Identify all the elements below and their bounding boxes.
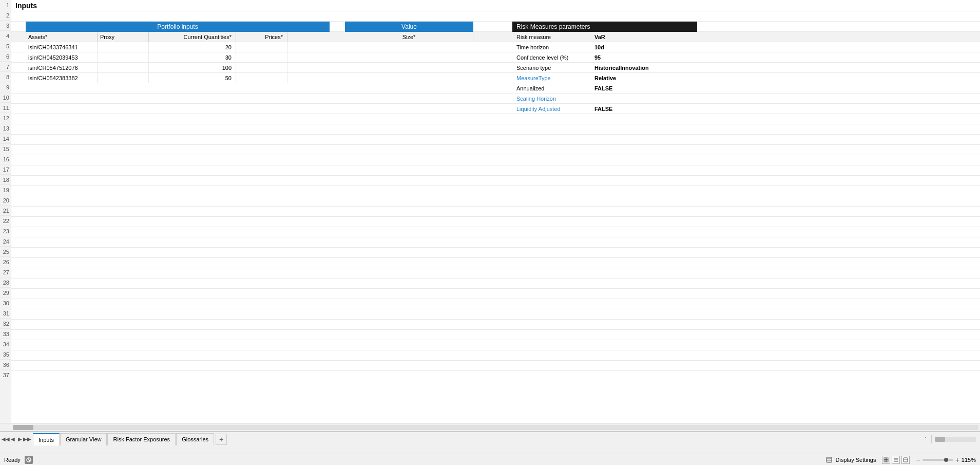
data-row-6: isin/CH0452039453 30 Confidence level (%… — [11, 52, 980, 63]
risk-param-row-2: Confidence level (%) 95 — [512, 52, 697, 63]
row-num-22: 22 — [0, 216, 11, 226]
row-num-20: 20 — [0, 195, 11, 206]
row-num-25: 25 — [0, 247, 11, 257]
cell-assets-3: isin/CH0542383382 — [26, 73, 98, 83]
empty-row-26 — [11, 258, 980, 268]
accessibility-icon[interactable] — [25, 456, 33, 464]
row-num-34: 34 — [0, 339, 11, 349]
row-num-32: 32 — [0, 319, 11, 329]
zoom-level: 115% — [962, 457, 976, 463]
row-num-27: 27 — [0, 267, 11, 277]
risk-header: Risk Measures parameters — [512, 22, 697, 32]
cell-assets-0: isin/CH0433746341 — [26, 42, 98, 52]
row-num-12: 12 — [0, 113, 11, 123]
nav-arrow-first[interactable]: ◀◀ — [2, 436, 9, 443]
empty-row-22 — [11, 217, 980, 227]
data-row-7: isin/CH0547512076 100 Scenario type Hist… — [11, 63, 980, 73]
empty-row-16 — [11, 155, 980, 165]
svg-rect-7 — [887, 458, 889, 460]
nav-arrow-next[interactable]: ▶ — [16, 436, 24, 443]
row-num-7: 7 — [0, 62, 11, 72]
row-num-36: 36 — [0, 360, 11, 370]
grid-view-icon[interactable] — [882, 456, 890, 464]
row-num-35: 35 — [0, 349, 11, 360]
empty-row-27 — [11, 268, 980, 278]
tab-nav-left[interactable]: ◀◀ ◀ ▶ ▶▶ — [0, 432, 33, 446]
page-title: Inputs — [11, 2, 37, 10]
value-header: Value — [345, 22, 473, 32]
empty-row-32 — [11, 320, 980, 330]
empty-row-18 — [11, 176, 980, 186]
hscroll-track[interactable] — [13, 425, 978, 430]
zoom-slider[interactable] — [923, 459, 953, 461]
table-headers-row: Portfolio inputs Value Risk Measures par… — [11, 22, 980, 32]
data-row-8: isin/CH0542383382 50 MeasureType Relativ… — [11, 73, 980, 83]
tab-inputs[interactable]: Inputs — [33, 433, 60, 445]
row-num-23: 23 — [0, 226, 11, 236]
row-num-18: 18 — [0, 175, 11, 185]
row-num-33: 33 — [0, 329, 11, 339]
row-num-14: 14 — [0, 134, 11, 144]
zoom-control: − + 115% — [916, 456, 976, 464]
hscroll-thumb[interactable] — [13, 425, 33, 430]
empty-row-36 — [11, 361, 980, 371]
row-num-31: 31 — [0, 308, 11, 319]
page-view-icon[interactable] — [901, 456, 910, 464]
tab-granular-view[interactable]: Granular View — [60, 433, 107, 445]
row-numbers: 1234567891011121314151617181920212223242… — [0, 0, 11, 423]
empty-row-37 — [11, 371, 980, 381]
row-num-29: 29 — [0, 288, 11, 298]
empty-row-25 — [11, 248, 980, 258]
portfolio-header: Portfolio inputs — [26, 22, 330, 32]
empty-row-19 — [11, 186, 980, 196]
cell-qty-0: 20 — [149, 42, 236, 52]
svg-rect-3 — [827, 457, 832, 462]
col-size-header: Size* — [345, 32, 473, 42]
row-num-24: 24 — [0, 236, 11, 247]
empty-row-12 — [11, 114, 980, 124]
empty-row-14 — [11, 135, 980, 145]
tab-overflow-dots: ⋮ — [923, 436, 928, 442]
status-ready: Ready — [4, 457, 21, 463]
row-num-13: 13 — [0, 123, 11, 134]
risk-param-row-3: Scenario type HistoricalInnovation — [512, 63, 697, 73]
zoom-minus-button[interactable]: − — [916, 456, 920, 464]
empty-row-34 — [11, 340, 980, 350]
tab-scroll-right: ⋮ — [919, 432, 980, 446]
empty-row-28 — [11, 278, 980, 289]
row-num-11: 11 — [0, 103, 11, 113]
row-num-5: 5 — [0, 41, 11, 51]
svg-rect-8 — [884, 460, 886, 462]
risk-param-row-6: Scaling Horizon — [512, 94, 697, 104]
row-num-9: 9 — [0, 82, 11, 92]
empty-row-2 — [11, 11, 980, 22]
empty-row-29 — [11, 289, 980, 299]
svg-rect-13 — [904, 458, 908, 462]
row-num-21: 21 — [0, 206, 11, 216]
tab-risk-factor-exposures[interactable]: Risk Factor Exposures — [107, 433, 176, 445]
risk-param-row-0: Risk measure VaR — [512, 32, 697, 42]
empty-row-35 — [11, 350, 980, 361]
row-num-30: 30 — [0, 298, 11, 308]
content-area: Inputs Portfolio inputs Value Risk Measu… — [11, 0, 980, 423]
display-settings-button[interactable]: Display Settings — [826, 457, 876, 463]
col-assets-header: Assets* — [26, 32, 98, 42]
col-quantities-header: Current Quantities* — [149, 32, 236, 42]
hbar-mini — [935, 437, 976, 442]
row-num-4: 4 — [0, 31, 11, 41]
nav-arrow-last[interactable]: ▶▶ — [24, 436, 31, 443]
empty-row-15 — [11, 145, 980, 155]
data-row-10: Scaling Horizon — [11, 94, 980, 104]
zoom-plus-button[interactable]: + — [955, 456, 959, 464]
col-prices-header: Prices* — [236, 32, 287, 42]
row-num-1: 1 — [0, 0, 11, 10]
nav-arrow-prev[interactable]: ◀ — [9, 436, 16, 443]
cell-assets-1: isin/CH0452039453 — [26, 52, 98, 63]
horizontal-scrollbar[interactable] — [0, 423, 980, 431]
tab-glossaries[interactable]: Glossaries — [176, 433, 214, 445]
list-view-icon[interactable] — [892, 456, 900, 464]
svg-rect-6 — [884, 458, 886, 460]
row-num-3: 3 — [0, 21, 11, 31]
tab-add-button[interactable]: + — [216, 434, 227, 445]
row-num-37: 37 — [0, 370, 11, 380]
